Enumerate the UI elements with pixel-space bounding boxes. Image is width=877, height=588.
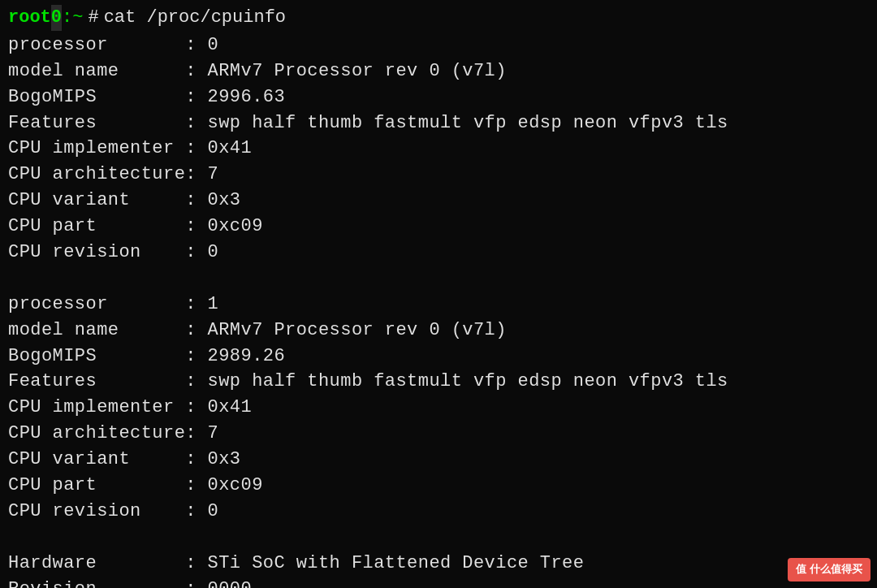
output-line: processor : 1 — [8, 292, 872, 318]
output-line: CPU revision : 0 — [8, 499, 872, 525]
output-line — [8, 525, 872, 551]
prompt-path: :~ — [62, 5, 83, 31]
output-line: CPU part : 0xc09 — [8, 214, 872, 240]
output-line: Revision : 0000 — [8, 577, 872, 588]
output-line: CPU variant : 0x3 — [8, 447, 872, 473]
output-line: model name : ARMv7 Processor rev 0 (v7l) — [8, 58, 872, 84]
output-line: BogoMIPS : 2989.26 — [8, 344, 872, 370]
output-line: model name : ARMv7 Processor rev 0 (v7l) — [8, 318, 872, 344]
terminal-window[interactable]: root 0 :~ # cat /proc/cpuinfo processor … — [3, 3, 877, 585]
output-line: Features : swp half thumb fastmult vfp e… — [8, 369, 872, 395]
output-line: processor : 0 — [8, 32, 872, 58]
prompt-symbol: # — [88, 5, 98, 31]
output-line: CPU part : 0xc09 — [8, 473, 872, 499]
output-container: processor : 0model name : ARMv7 Processo… — [8, 32, 872, 588]
watermark: 值 什么值得买 — [788, 558, 871, 582]
prompt-command: cat /proc/cpuinfo — [104, 5, 286, 31]
output-line: CPU architecture: 7 — [8, 162, 872, 188]
prompt-user: root — [8, 5, 51, 31]
output-line: CPU architecture: 7 — [8, 421, 872, 447]
output-line: CPU implementer : 0x41 — [8, 136, 872, 162]
output-line: Hardware : STi SoC with Flattened Device… — [8, 551, 872, 577]
output-line: BogoMIPS : 2996.63 — [8, 84, 872, 110]
output-line: CPU implementer : 0x41 — [8, 395, 872, 421]
output-line: CPU variant : 0x3 — [8, 188, 872, 214]
output-line: CPU revision : 0 — [8, 240, 872, 266]
prompt-line: root 0 :~ # cat /proc/cpuinfo — [8, 5, 872, 31]
output-line — [8, 266, 872, 292]
output-line: Features : swp half thumb fastmult vfp e… — [8, 110, 872, 136]
prompt-host: 0 — [51, 5, 62, 31]
